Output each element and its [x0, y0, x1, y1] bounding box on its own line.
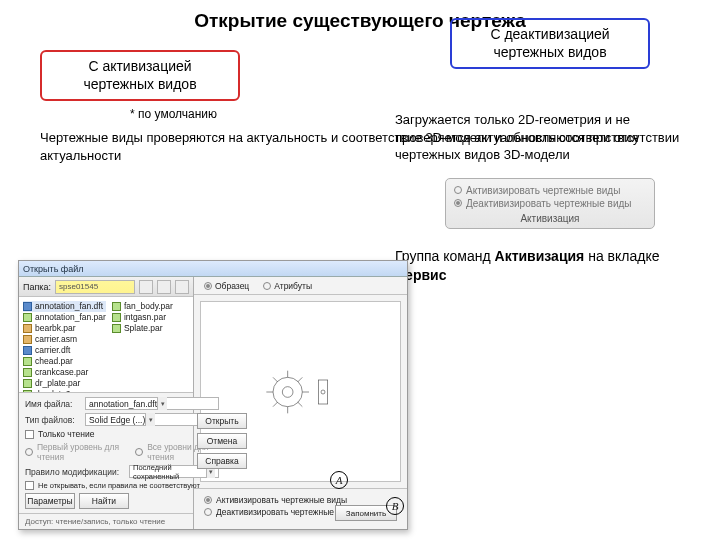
toolbar-button[interactable] — [139, 280, 153, 294]
svg-line-9 — [273, 402, 278, 407]
folder-label: Папка: — [23, 282, 51, 292]
file-icon — [112, 313, 121, 322]
readonly-checkbox[interactable] — [25, 430, 34, 439]
radio-icon — [25, 448, 33, 456]
filename-field[interactable]: annotation_fan.dft▾ — [85, 397, 219, 410]
list-item[interactable]: fan_body.par — [112, 301, 189, 312]
readonly-label: Только чтение — [38, 429, 94, 439]
svg-line-8 — [297, 377, 302, 382]
svg-line-6 — [273, 377, 278, 382]
folder-combo[interactable]: spse01545 — [55, 280, 135, 294]
folder-toolbar: Папка: spse01545 — [19, 277, 193, 297]
marker-a: A — [330, 471, 348, 489]
preview-tabs: Образец Атрибуты — [194, 277, 407, 295]
radio-icon — [204, 508, 212, 516]
col-right: С деактивизацией чертежных видов Загружа… — [395, 0, 705, 286]
tab-label: Образец — [215, 281, 249, 291]
params-button[interactable]: Параметры — [25, 493, 75, 509]
radio-icon — [454, 199, 462, 207]
radio-icon — [204, 496, 212, 504]
file-icon — [23, 313, 32, 322]
ribbon-opt-deactivate: Деактивизировать чертежные виды — [454, 198, 646, 209]
filetype-value: Solid Edge (...) — [89, 415, 145, 425]
ribbon-opt-label: Деактивизировать чертежные виды — [466, 198, 632, 209]
dialog-footer: Доступ: чтение/запись, только чтение — [19, 513, 193, 529]
tab-label: Атрибуты — [274, 281, 312, 291]
list-item[interactable]: carrier.asm — [23, 334, 106, 345]
default-note: * по умолчанию — [130, 107, 250, 121]
ribbon-opt-activate: Активизировать чертежные виды — [454, 185, 646, 196]
list-item[interactable]: chead.par — [23, 356, 106, 367]
chip-with-deactivation: С деактивизацией чертежных видов — [450, 18, 650, 69]
file-list[interactable]: annotation_fan.dftannotation_fan.parbear… — [19, 297, 193, 392]
list-item[interactable]: annotation_fan.dft — [23, 301, 106, 312]
file-icon — [23, 379, 32, 388]
tab-sample[interactable]: Образец — [204, 281, 249, 291]
list-item[interactable]: bearbk.par — [23, 323, 106, 334]
dialog-title: Открыть файл — [23, 264, 84, 274]
noopen-label: Не открывать, если правила не соответств… — [38, 481, 200, 490]
svg-point-11 — [321, 390, 325, 394]
main-action-buttons: Открыть Отмена Справка — [197, 413, 247, 469]
right-desc: Загружается только 2D-геометрия и не про… — [395, 111, 705, 164]
caption-bold-activation: Активизация — [495, 248, 585, 264]
radio-icon — [135, 448, 143, 456]
svg-point-1 — [282, 386, 293, 397]
marker-b: B — [386, 497, 404, 515]
file-icon — [23, 335, 32, 344]
level-first-label: Первый уровень для чтения — [37, 442, 125, 462]
folder-value: spse01545 — [59, 282, 98, 291]
radio-icon — [263, 282, 271, 290]
svg-rect-10 — [318, 380, 327, 404]
dialog-titlebar: Открыть файл — [19, 261, 407, 277]
opt-label: Активизировать чертежные виды — [216, 495, 347, 505]
list-item[interactable]: intgasn.par — [112, 312, 189, 323]
list-item[interactable]: annotation_fan.par — [23, 312, 106, 323]
preview-drawing-icon — [261, 357, 341, 427]
ribbon-panel-header: Активизация — [454, 213, 646, 224]
tab-attributes[interactable]: Атрибуты — [263, 281, 312, 291]
chevron-down-icon[interactable]: ▾ — [157, 397, 167, 410]
radio-icon — [454, 186, 462, 194]
group-caption: Группа команд Активизация на вкладке Сер… — [395, 247, 705, 286]
file-icon — [23, 346, 32, 355]
chevron-down-icon[interactable]: ▾ — [145, 413, 155, 426]
file-icon — [23, 357, 32, 366]
open-file-dialog: Открыть файл Папка: spse01545 annotation… — [18, 260, 408, 530]
cancel-button[interactable]: Отмена — [197, 433, 247, 449]
rule-value: Последний сохраненный — [133, 463, 206, 481]
help-button[interactable]: Справка — [197, 453, 247, 469]
ribbon-opt-label: Активизировать чертежные виды — [466, 185, 620, 196]
list-item[interactable]: carrier.dft — [23, 345, 106, 356]
rule-label: Правило модификации: — [25, 467, 125, 477]
find-button[interactable]: Найти — [79, 493, 129, 509]
list-item[interactable]: dr_plate.par — [23, 378, 106, 389]
radio-icon — [204, 282, 212, 290]
noopen-checkbox[interactable] — [25, 481, 34, 490]
svg-line-7 — [297, 402, 302, 407]
filetype-label: Тип файлов: — [25, 415, 81, 425]
activation-block: Активизировать чертежные виды Деактивизи… — [194, 488, 407, 529]
activation-ribbon-panel: Активизировать чертежные виды Деактивизи… — [445, 178, 655, 229]
file-icon — [112, 324, 121, 333]
list-item[interactable]: Splate.par — [112, 323, 189, 334]
file-icon — [112, 302, 121, 311]
filename-value: annotation_fan.dft — [89, 399, 157, 409]
file-icon — [23, 324, 32, 333]
bottom-form: Имя файла: annotation_fan.dft▾ Тип файло… — [19, 392, 193, 513]
toolbar-button[interactable] — [157, 280, 171, 294]
file-icon — [23, 368, 32, 377]
open-button[interactable]: Открыть — [197, 413, 247, 429]
opt-activate-views[interactable]: Активизировать чертежные виды — [204, 495, 397, 505]
list-item[interactable]: crankcase.par — [23, 367, 106, 378]
file-icon — [23, 302, 32, 311]
chip-with-activation: С активизацией чертежных видов — [40, 50, 240, 101]
filename-label: Имя файла: — [25, 399, 81, 409]
toolbar-button[interactable] — [175, 280, 189, 294]
